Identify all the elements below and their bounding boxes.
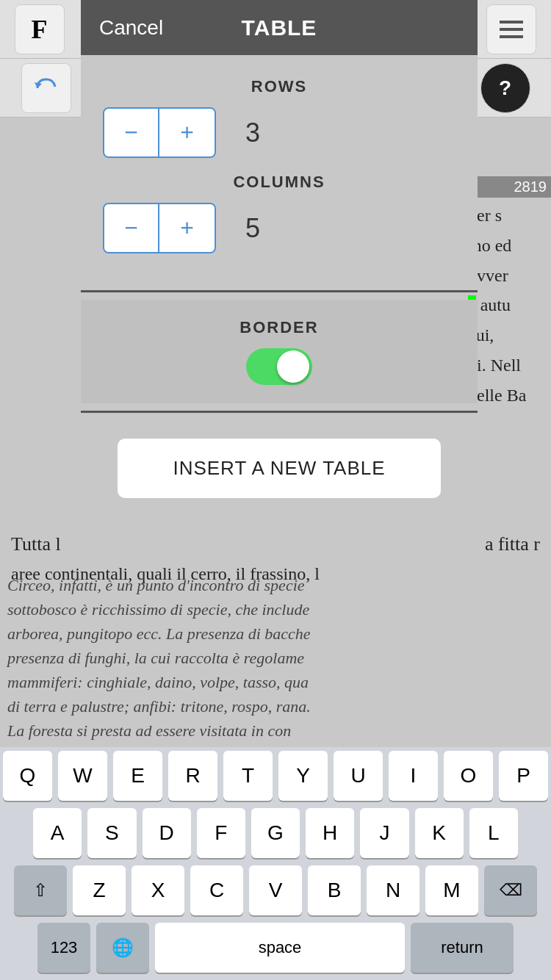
- key-B[interactable]: B: [308, 865, 361, 915]
- rows-increment-button[interactable]: +: [159, 109, 215, 156]
- undo-icon: [32, 75, 61, 101]
- key-M[interactable]: M: [425, 865, 478, 915]
- key-N[interactable]: N: [367, 865, 419, 915]
- bg-line-2: arborea, pungitopo ecc. La presenza di b…: [7, 621, 544, 646]
- bg-line-4: mammiferi: cinghiale, daino, volpe, tass…: [7, 670, 544, 694]
- rows-decrement-button[interactable]: −: [104, 109, 159, 156]
- key-G[interactable]: G: [251, 808, 300, 858]
- keyboard: Q W E R T Y U I O P A S D F G H J K L ⇧ …: [0, 747, 551, 980]
- columns-stepper: − +: [103, 203, 216, 253]
- toggle-container: [103, 348, 455, 385]
- return-key[interactable]: return: [411, 923, 514, 973]
- bg-line-1: sottobosco è ricchissimo di specie, che …: [7, 597, 544, 621]
- key-F[interactable]: F: [197, 808, 245, 858]
- key-A[interactable]: A: [33, 808, 82, 858]
- insert-section: INSERT A NEW TABLE: [81, 420, 478, 516]
- border-toggle[interactable]: [246, 348, 312, 385]
- key-P[interactable]: P: [499, 751, 548, 801]
- key-K[interactable]: K: [415, 808, 464, 858]
- keyboard-row-2: A S D F G H J K L: [0, 804, 551, 862]
- key-Z[interactable]: Z: [73, 865, 126, 915]
- columns-stepper-row: − + 5: [103, 203, 455, 253]
- columns-increment-button[interactable]: +: [159, 204, 215, 252]
- space-key[interactable]: space: [155, 923, 405, 973]
- tutta-text: Tutta l: [11, 533, 61, 555]
- keyboard-row-1: Q W E R T Y U I O P: [0, 747, 551, 804]
- key-V[interactable]: V: [249, 865, 302, 915]
- hamburger-icon: [498, 18, 525, 40]
- keyboard-row-4: 123 🌐 space return: [0, 919, 551, 980]
- key-X[interactable]: X: [132, 865, 184, 915]
- editor-right-content: 2819 per s mo ed ovver e autu cui, gi. N…: [467, 118, 551, 414]
- key-J[interactable]: J: [360, 808, 408, 858]
- rows-value: 3: [245, 118, 260, 148]
- key-H[interactable]: H: [306, 808, 354, 858]
- table-modal: Cancel TABLE ROWS − + 3 COLUMNS − + 5 BO…: [81, 0, 478, 516]
- columns-value: 5: [245, 213, 260, 244]
- key-W[interactable]: W: [58, 751, 107, 801]
- key-S[interactable]: S: [87, 808, 136, 858]
- toggle-knob: [277, 350, 309, 383]
- numbers-key[interactable]: 123: [37, 923, 90, 973]
- bg-line-0: Circeo, infatti, è un punto d'incontro d…: [7, 573, 544, 597]
- key-T[interactable]: T: [223, 751, 273, 801]
- rows-stepper: − +: [103, 107, 216, 158]
- key-C[interactable]: C: [190, 865, 243, 915]
- divider-2: [81, 411, 478, 413]
- globe-key[interactable]: 🌐: [96, 923, 149, 973]
- key-Q[interactable]: Q: [3, 751, 52, 801]
- help-button[interactable]: ?: [480, 63, 530, 113]
- modal-title: TABLE: [242, 15, 317, 40]
- key-E[interactable]: E: [113, 751, 162, 801]
- right-text-lines: per s mo ed ovver e autu cui, gi. Nell n…: [467, 198, 551, 414]
- key-Y[interactable]: Y: [278, 751, 328, 801]
- delete-key[interactable]: ⌫: [484, 865, 537, 915]
- modal-header: Cancel TABLE: [81, 0, 478, 55]
- bg-line-3: presenza di funghi, la cui raccolta è re…: [7, 646, 544, 670]
- cancel-button[interactable]: Cancel: [99, 16, 163, 40]
- number-badge: 2819: [467, 176, 551, 198]
- columns-decrement-button[interactable]: −: [104, 204, 159, 252]
- rows-stepper-row: − + 3: [103, 107, 455, 158]
- border-label: BORDER: [103, 318, 455, 337]
- key-L[interactable]: L: [469, 808, 518, 858]
- shift-key[interactable]: ⇧: [14, 865, 67, 915]
- rows-label: ROWS: [103, 77, 455, 96]
- bg-line-5: di terra e palustre; anfibi: tritone, ro…: [7, 694, 544, 718]
- key-O[interactable]: O: [444, 751, 493, 801]
- key-R[interactable]: R: [168, 751, 217, 801]
- fitta-text: a fitta r: [485, 529, 540, 560]
- key-D[interactable]: D: [143, 808, 191, 858]
- keyboard-row-3: ⇧ Z X C V B N M ⌫: [0, 862, 551, 919]
- font-button[interactable]: F: [15, 4, 65, 54]
- divider-1: [81, 290, 478, 292]
- border-section: BORDER: [81, 300, 478, 403]
- insert-table-button[interactable]: INSERT A NEW TABLE: [118, 439, 441, 498]
- key-U[interactable]: U: [334, 751, 383, 801]
- key-I[interactable]: I: [389, 751, 438, 801]
- bg-line-6: La foresta si presta ad essere visitata …: [7, 718, 544, 743]
- undo-button[interactable]: [21, 63, 71, 113]
- modal-body: ROWS − + 3 COLUMNS − + 5: [81, 55, 478, 283]
- columns-label: COLUMNS: [103, 173, 455, 192]
- hamburger-button[interactable]: [486, 4, 536, 54]
